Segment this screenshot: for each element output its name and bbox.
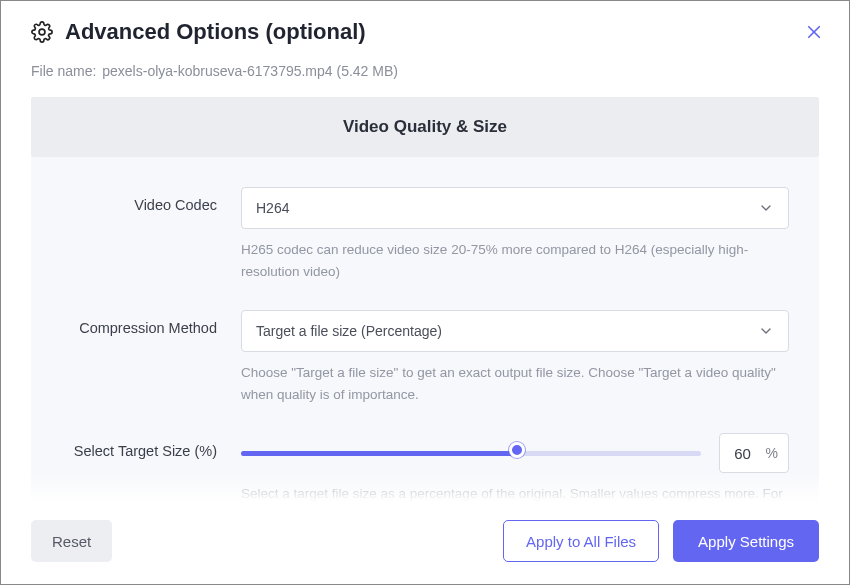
modal-footer: Reset Apply to All Files Apply Settings [1,502,849,584]
help-compression-method: Choose "Target a file size" to get an ex… [241,362,789,405]
help-video-codec: H265 codec can reduce video size 20-75% … [241,239,789,282]
slider-target-size[interactable] [241,443,701,463]
close-button[interactable] [803,21,825,43]
select-video-codec[interactable]: H264 [241,187,789,229]
chevron-down-icon [758,200,774,216]
row-target-size: Select Target Size (%) % Select a [61,433,789,502]
row-compression-method: Compression Method Target a file size (P… [61,310,789,405]
advanced-options-modal: Advanced Options (optional) File name: p… [0,0,850,585]
file-size-value: (5.42 MB) [337,63,398,79]
help-target-size: Select a target file size as a percentag… [241,483,789,502]
file-info: File name: pexels-olya-kobruseva-6173795… [1,51,849,97]
input-target-size[interactable] [720,445,766,462]
svg-point-0 [39,29,45,35]
select-compression-method-value: Target a file size (Percentage) [256,323,442,339]
label-target-size: Select Target Size (%) [61,433,241,459]
label-compression-method: Compression Method [61,310,241,336]
apply-all-button[interactable]: Apply to All Files [503,520,659,562]
section-header: Video Quality & Size [31,97,819,157]
section-body: Video Codec H264 H265 codec can reduce v… [31,157,819,502]
file-name-label: File name: [31,63,96,79]
modal-body: Video Quality & Size Video Codec H264 H2… [1,97,849,502]
select-video-codec-value: H264 [256,200,289,216]
gear-icon [31,21,53,43]
chevron-down-icon [758,323,774,339]
reset-button[interactable]: Reset [31,520,112,562]
target-size-unit: % [766,445,788,461]
label-video-codec: Video Codec [61,187,241,213]
select-compression-method[interactable]: Target a file size (Percentage) [241,310,789,352]
row-video-codec: Video Codec H264 H265 codec can reduce v… [61,187,789,282]
input-target-size-box: % [719,433,789,473]
apply-settings-button[interactable]: Apply Settings [673,520,819,562]
modal-header: Advanced Options (optional) [1,1,849,51]
modal-title: Advanced Options (optional) [65,19,366,45]
file-name-value: pexels-olya-kobruseva-6173795.mp4 [102,63,332,79]
